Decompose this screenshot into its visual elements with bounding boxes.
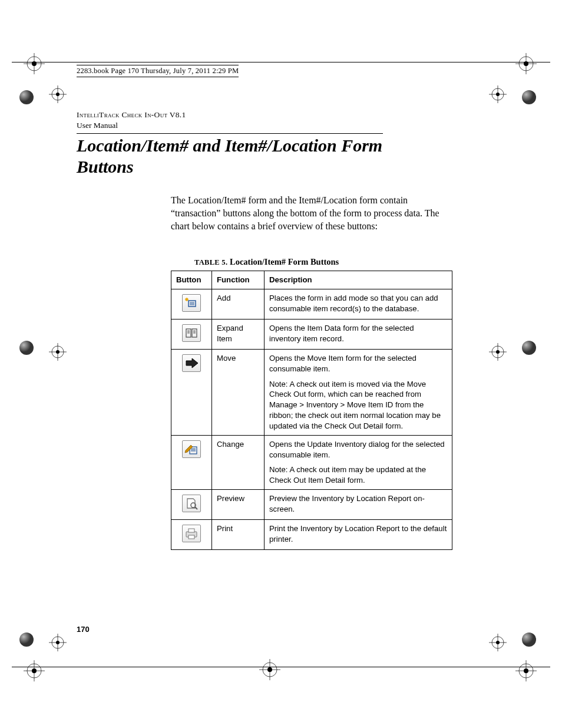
table-row: AddPlaces the form in add mode so that y…: [171, 289, 452, 319]
add-icon: [182, 294, 201, 312]
move-icon: [182, 354, 201, 372]
svg-point-58: [32, 668, 37, 673]
svg-point-54: [496, 350, 500, 354]
col-button: Button: [171, 271, 212, 289]
description-text: Preview the Inventory by Location Report…: [269, 493, 447, 515]
svg-point-62: [56, 641, 59, 644]
registration-sphere: [18, 631, 35, 648]
svg-point-76: [267, 667, 272, 672]
section-title: Location/Item# and Item#/Location Form B…: [77, 135, 383, 177]
registration-mark: [24, 53, 45, 74]
description-text: Opens the Item Data form for the selecte…: [269, 323, 447, 344]
doc-type: User Manual: [77, 120, 454, 131]
svg-point-49: [56, 350, 59, 354]
button-cell: [171, 319, 212, 350]
description-text: Note: A check out item may be updated at…: [269, 465, 447, 486]
intro-paragraph: The Location/Item# form and the Item#/Lo…: [171, 194, 451, 232]
function-cell: Add: [212, 289, 265, 319]
function-cell: Change: [212, 435, 265, 489]
description-text: Note: A check out item is moved via the …: [269, 379, 447, 431]
description-cell: Preview the Inventory by Location Report…: [265, 489, 452, 519]
svg-point-35: [19, 90, 34, 104]
registration-sphere: [520, 631, 538, 648]
crop-line-bottom: [12, 667, 550, 667]
change-icon: [182, 440, 201, 458]
button-cell: [171, 289, 212, 319]
registration-mark: [49, 85, 67, 103]
button-cell: [171, 350, 212, 436]
table-caption-title: Location/Item# Form Buttons: [227, 257, 339, 266]
registration-sphere: [18, 88, 35, 106]
button-cell: [171, 435, 212, 489]
description-cell: Opens the Move Item form for the selecte…: [265, 350, 452, 436]
svg-rect-26: [189, 535, 194, 539]
button-cell: [171, 519, 212, 549]
registration-sphere: [18, 339, 35, 357]
table-row: ChangeOpens the Update Inventory dialog …: [171, 435, 452, 489]
svg-point-50: [522, 341, 536, 355]
svg-point-44: [522, 90, 536, 104]
print-icon: [182, 525, 201, 542]
svg-point-67: [524, 668, 528, 673]
crop-line-top: [12, 62, 550, 62]
registration-sphere: [520, 339, 538, 357]
svg-point-39: [524, 61, 528, 66]
table-header-row: Button Function Description: [171, 271, 452, 289]
registration-mark: [489, 85, 507, 103]
col-description: Description: [265, 271, 452, 289]
svg-point-45: [19, 341, 34, 355]
form-buttons-table: Button Function Description AddPlaces th…: [171, 271, 452, 550]
description-cell: Opens the Item Data form for the selecte…: [265, 319, 452, 350]
registration-mark: [24, 660, 45, 681]
preview-icon: [182, 495, 201, 512]
svg-rect-25: [189, 529, 194, 532]
registration-mark: [515, 53, 537, 74]
registration-mark: [49, 634, 67, 651]
description-cell: Opens the Update Inventory dialog for th…: [265, 435, 452, 489]
title-rule: [77, 133, 383, 134]
col-function: Function: [212, 271, 265, 289]
table-caption: TABLE 5. Location/Item# Form Buttons: [194, 257, 454, 267]
expand-item-icon: [182, 324, 201, 342]
description-cell: Places the form in add mode so that you …: [265, 289, 452, 319]
function-cell: Move: [212, 350, 265, 436]
registration-sphere: [520, 88, 538, 106]
description-text: Places the form in add mode so that you …: [269, 293, 447, 314]
registration-mark: [515, 660, 537, 681]
table-row: PrintPrint the Inventory by Location Rep…: [171, 519, 452, 549]
table-row: PreviewPreview the Inventory by Location…: [171, 489, 452, 519]
book-header: 2283.book Page 170 Thursday, July 7, 201…: [77, 65, 239, 77]
registration-mark: [49, 343, 67, 361]
svg-point-63: [19, 633, 34, 647]
table-row: Expand ItemOpens the Item Data form for …: [171, 319, 452, 350]
page-number: 170: [77, 625, 90, 634]
svg-point-71: [496, 641, 500, 644]
description-cell: Print the Inventory by Location Report t…: [265, 519, 452, 549]
table-caption-label: TABLE 5.: [194, 258, 227, 266]
table-row: MoveOpens the Move Item form for the sel…: [171, 350, 452, 436]
registration-mark: [489, 343, 507, 361]
svg-point-43: [496, 93, 500, 96]
function-cell: Preview: [212, 489, 265, 519]
function-cell: Expand Item: [212, 319, 265, 350]
description-text: Opens the Update Inventory dialog for th…: [269, 439, 447, 460]
svg-marker-16: [186, 358, 198, 368]
description-text: Opens the Move Item form for the selecte…: [269, 353, 447, 374]
registration-mark: [489, 634, 507, 651]
page-content: 2283.book Page 170 Thursday, July 7, 201…: [77, 65, 454, 550]
description-text: Print the Inventory by Location Report t…: [269, 523, 447, 545]
svg-point-34: [56, 93, 59, 96]
registration-mark: [259, 659, 280, 680]
manual-header: IntelliTrack Check In-Out V8.1 User Manu…: [77, 110, 454, 131]
product-name: IntelliTrack Check In-Out V8.1: [77, 110, 454, 120]
function-cell: Print: [212, 519, 265, 549]
button-cell: [171, 489, 212, 519]
svg-point-72: [522, 633, 536, 647]
svg-point-30: [32, 61, 37, 66]
